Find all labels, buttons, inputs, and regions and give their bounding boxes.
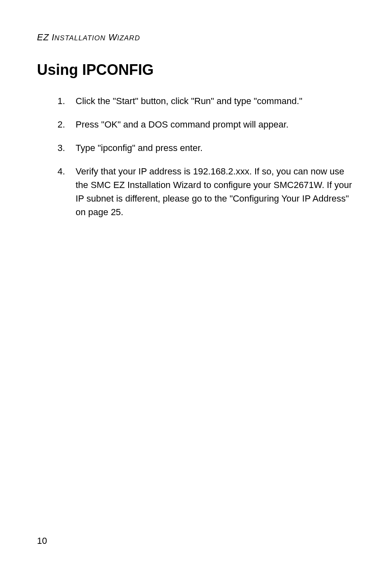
list-item: 4. Verify that your IP address is 192.16… (58, 165, 355, 219)
list-item: 2. Press "OK" and a DOS command prompt w… (58, 118, 355, 131)
list-text: Verify that your IP address is 192.168.2… (76, 165, 355, 219)
instruction-list: 1. Click the "Start" button, click "Run"… (37, 94, 355, 219)
list-item: 1. Click the "Start" button, click "Run"… (58, 94, 355, 108)
header-text-prefix: EZ I (37, 32, 54, 42)
list-number: 3. (58, 141, 76, 155)
list-number: 4. (58, 165, 76, 219)
list-number: 1. (58, 94, 76, 108)
header-text-space: W (106, 32, 117, 42)
header-text-middle: NSTALLATION (54, 34, 106, 42)
list-number: 2. (58, 118, 76, 131)
page-title: Using IPCONFIG (37, 61, 355, 79)
page-number: 10 (37, 536, 47, 546)
list-text: Type "ipconfig" and press enter. (76, 141, 355, 155)
page-header: EZ INSTALLATION WIZARD (37, 32, 355, 43)
list-item: 3. Type "ipconfig" and press enter. (58, 141, 355, 155)
list-text: Press "OK" and a DOS command prompt will… (76, 118, 355, 131)
header-text-suffix: IZARD (117, 34, 140, 42)
list-text: Click the "Start" button, click "Run" an… (76, 94, 355, 108)
